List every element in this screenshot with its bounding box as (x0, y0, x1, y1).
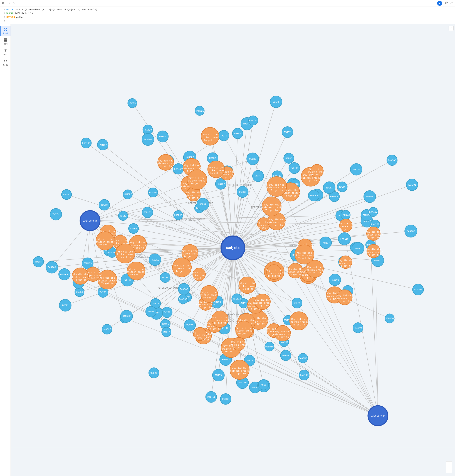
svg-text:TWIT1: TWIT1 (240, 302, 247, 305)
svg-text:FAN105: FAN105 (179, 298, 187, 301)
svg-text:FAN101: FAN101 (143, 211, 152, 214)
svg-text:FAN101: FAN101 (408, 184, 416, 186)
svg-text:TWIT3: TWIT3 (187, 324, 193, 326)
svg-text:USER2: USER2 (209, 157, 216, 159)
svg-text:FAN108: FAN108 (144, 138, 152, 141)
expand-icon[interactable] (7, 1, 10, 5)
svg-text:USER6: USER6 (148, 310, 154, 313)
svg-text:FAN101: FAN101 (374, 259, 382, 262)
svg-text:TWIT2: TWIT2 (120, 214, 127, 217)
svg-text:USER3: USER3 (366, 195, 373, 198)
top-toolbar (0, 0, 455, 7)
svg-text:FAN108: FAN108 (299, 357, 307, 359)
sidebar-item-table[interactable]: Table (0, 36, 10, 47)
svg-text:FAN104: FAN104 (82, 142, 90, 144)
svg-text:twitterhan: twitterhan (370, 414, 385, 417)
svg-point-7 (7, 28, 7, 29)
svg-text:USER1: USER1 (282, 354, 289, 357)
svg-text:TWIT6: TWIT6 (246, 359, 253, 362)
svg-text:USER9: USER9 (294, 302, 301, 304)
svg-text:REFERENCES_DADJOKE: REFERENCES_DADJOKE (228, 184, 252, 186)
sidebar-item-text[interactable]: Text (0, 47, 10, 57)
sidebar-text-label: Text (3, 53, 8, 56)
svg-text:HANDLE: HANDLE (103, 328, 111, 331)
svg-text:USER6: USER6 (130, 227, 137, 230)
close-icon[interactable] (12, 1, 15, 5)
svg-text:FAN100: FAN100 (300, 374, 308, 376)
svg-text:FAN106: FAN106 (249, 119, 257, 122)
svg-text:TWIT7: TWIT7 (163, 331, 170, 333)
download-icon[interactable] (450, 1, 454, 5)
svg-rect-14 (4, 39, 7, 42)
svg-text:TWIT11: TWIT11 (207, 396, 215, 398)
sidebar-item-graph[interactable]: Graph (0, 26, 10, 36)
svg-text:USER10: USER10 (174, 214, 182, 217)
svg-text:USER5: USER5 (285, 157, 292, 160)
sidebar-item-code[interactable]: Code (0, 57, 10, 68)
svg-text:TWIT10: TWIT10 (123, 279, 131, 281)
svg-text:FAN107: FAN107 (99, 143, 107, 146)
svg-text:twitterhan: twitterhan (82, 219, 98, 222)
svg-text:USER7: USER7 (255, 175, 261, 177)
svg-point-8 (7, 30, 7, 31)
code-editor[interactable]: 1 MATCH path = (h1:Handle)-[*2..2]→(dj:D… (0, 7, 455, 24)
svg-text:USER8: USER8 (76, 291, 83, 293)
svg-text:TWIT1: TWIT1 (99, 291, 106, 294)
svg-text:TWIT11: TWIT11 (290, 167, 299, 169)
svg-text:HANDLE: HANDLE (60, 273, 68, 276)
svg-text:TWIT4: TWIT4 (53, 213, 59, 216)
svg-text:USER8: USER8 (222, 398, 229, 400)
svg-text:USER9: USER9 (234, 132, 241, 135)
svg-text:FAN106: FAN106 (407, 230, 415, 233)
svg-text:TWIT6: TWIT6 (339, 185, 346, 188)
svg-text:FAN102: FAN102 (369, 211, 377, 213)
right-panel-toggle[interactable] (448, 26, 454, 31)
zoom-controls: + − (446, 461, 452, 473)
svg-text:HANDLE: HANDLE (122, 315, 131, 318)
toolbar-right-icons (437, 1, 454, 6)
svg-text:FAN109: FAN109 (238, 381, 247, 384)
svg-marker-2 (439, 2, 440, 4)
sidebar-graph-label: Graph (2, 32, 8, 34)
svg-text:FAN103: FAN103 (62, 193, 71, 196)
svg-text:TWIT5: TWIT5 (35, 260, 42, 263)
graph-area[interactable]: + − REFERENCES_DADJOKEREFERENCES_DADJOKE… (11, 24, 455, 476)
zoom-out-button[interactable]: − (446, 467, 452, 473)
graph-visualization[interactable]: REFERENCES_DADJOKEREFERENCES_DADJOKEREFE… (11, 24, 455, 476)
svg-text:USER8: USER8 (239, 191, 246, 193)
svg-point-6 (4, 28, 5, 29)
svg-text:TWIT9: TWIT9 (162, 323, 169, 326)
svg-text:USER9: USER9 (199, 203, 206, 206)
svg-line-11 (6, 29, 7, 29)
svg-text:FAN103: FAN103 (83, 262, 92, 265)
svg-text:FAN108: FAN108 (331, 279, 339, 281)
zoom-in-button[interactable]: + (446, 461, 452, 467)
run-button[interactable] (437, 1, 442, 6)
svg-text:USER5: USER5 (129, 102, 136, 105)
svg-text:FAN107: FAN107 (322, 241, 330, 244)
svg-text:TWIT10: TWIT10 (233, 298, 241, 300)
main-area: Graph Table Text Code + − (0, 24, 455, 476)
svg-text:TWIT8: TWIT8 (163, 311, 170, 314)
svg-text:HANDLE: HANDLE (151, 258, 159, 261)
star-icon[interactable] (445, 1, 448, 5)
pin-icon[interactable] (1, 1, 4, 5)
svg-line-12 (6, 30, 7, 31)
sidebar-code-label: Code (3, 64, 8, 66)
svg-text:FAN108: FAN108 (180, 288, 188, 291)
sidebar-table-label: Table (2, 43, 8, 45)
code-line-1: 1 MATCH path = (h1:Handle)-[*2..2]→(dj:D… (2, 8, 453, 12)
svg-text:USER6: USER6 (159, 135, 166, 138)
svg-text:FAN102: FAN102 (341, 214, 350, 216)
svg-point-9 (4, 30, 5, 31)
svg-text:FAN100: FAN100 (108, 251, 116, 254)
svg-text:TWIT4: TWIT4 (162, 276, 169, 279)
svg-text:FAN109: FAN109 (149, 191, 157, 194)
svg-marker-3 (445, 1, 448, 4)
svg-text:TWIT3: TWIT3 (215, 374, 222, 376)
svg-line-13 (5, 30, 5, 31)
svg-text:USER10: USER10 (265, 345, 274, 348)
svg-point-5 (5, 29, 6, 30)
code-line-2: 2 WHERE id(h1)<id(h2) (2, 12, 453, 15)
svg-text:FAN104: FAN104 (174, 167, 182, 170)
